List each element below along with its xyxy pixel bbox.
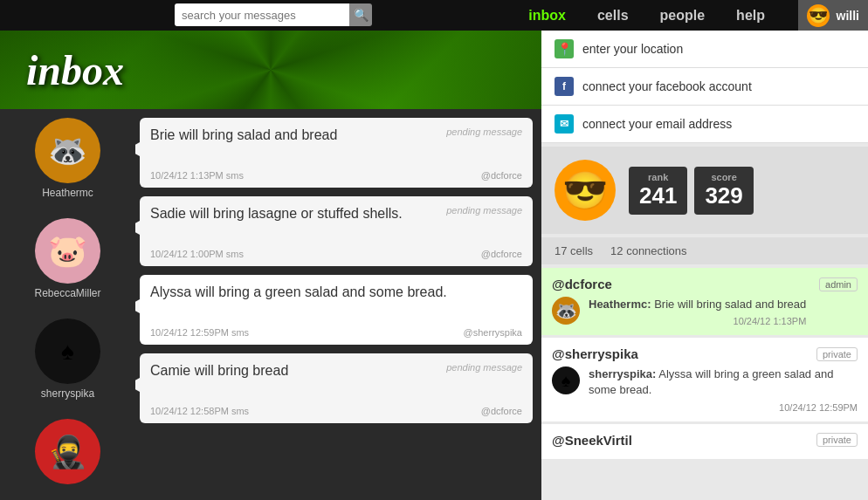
rank-box: rank 241 — [629, 167, 687, 215]
user-avatar: 😎 — [807, 4, 830, 27]
msg-header-4: Camie will bring bread pending message — [150, 362, 522, 380]
cell-dcforce-message: Heathermc: Brie will bring salad and bre… — [589, 297, 806, 326]
connect-facebook[interactable]: f connect your facebook account — [541, 68, 868, 106]
connect-email-label: connect your email address — [582, 117, 732, 131]
cell-sneekvirtil-header: @SneekVirtil private — [552, 433, 858, 448]
msg-author-3: @sherryspika — [464, 327, 522, 338]
cell-sherryspika-message: sherryspika: Alyssa will bring a green s… — [589, 366, 858, 412]
facebook-icon: f — [555, 77, 574, 96]
msg-footer-2: 10/24/12 1:00PM sms @dcforce — [150, 249, 522, 259]
email-icon: ✉ — [555, 114, 574, 134]
profile-bottom: 17 cells 12 connections — [541, 237, 868, 264]
msg-text-4: Camie will bring bread — [150, 362, 439, 380]
avatar-heathermc[interactable]: 🦝 Heathermc — [35, 118, 100, 199]
msg-header-2: Sadie will bring lasagne or stuffed shel… — [150, 205, 522, 223]
cell-sherryspika[interactable]: @sherryspika private ♠ sherryspika: Alys… — [541, 338, 868, 421]
msg-text-2: Sadie will bring lasagne or stuffed shel… — [150, 205, 439, 223]
msg-time-4: 10/24/12 12:58PM sms — [150, 406, 249, 416]
connect-section: 📍 enter your location f connect your fac… — [541, 31, 868, 143]
cell-sherryspika-header: @sherryspika private — [552, 346, 858, 361]
profile-stats: rank 241 score 329 — [629, 167, 754, 215]
profile-section: 😎 rank 241 score 329 — [541, 147, 868, 234]
message-item-3[interactable]: Alyssa will bring a green salad and some… — [140, 275, 533, 345]
cell-sherryspika-avatar: ♠ — [552, 366, 580, 394]
nav-help[interactable]: help — [720, 0, 781, 31]
avatar-image-ninja: 🥷 — [35, 419, 100, 484]
msg-author-4: @dcforce — [481, 406, 522, 416]
cell-sherryspika-text: sherryspika: Alyssa will bring a green s… — [589, 366, 858, 398]
cell-dcforce-text: Heathermc: Brie will bring salad and bre… — [589, 297, 806, 312]
avatars-column: 🦝 Heathermc 🐷 RebeccaMiller ♠ sherryspik… — [0, 109, 135, 500]
msg-time-2: 10/24/12 1:00PM sms — [150, 249, 244, 259]
score-value: 329 — [705, 182, 742, 209]
msg-text-1: Brie will bring salad and bread — [150, 127, 439, 145]
avatar-rebeccamiller[interactable]: 🐷 RebeccaMiller — [34, 218, 100, 299]
cell-dcforce-handle: @dcforce — [552, 277, 612, 291]
cell-dcforce-sender: Heathermc: — [589, 298, 651, 311]
msg-time-3: 10/24/12 12:59PM sms — [150, 327, 249, 338]
connect-email[interactable]: ✉ connect your email address — [541, 106, 868, 143]
cell-sherryspika-badge: private — [816, 347, 858, 361]
search-button[interactable]: 🔍 — [349, 3, 372, 26]
cell-sneekvirtil-badge: private — [816, 433, 858, 447]
avatar-image-heathermc: 🦝 — [35, 118, 100, 183]
nav-inbox[interactable]: inbox — [513, 0, 582, 31]
nav-links: inbox cells people help — [513, 0, 781, 31]
cell-sherryspika-handle: @sherryspika — [552, 346, 638, 361]
message-item-2[interactable]: Sadie will bring lasagne or stuffed shel… — [140, 196, 533, 266]
search-icon: 🔍 — [354, 8, 369, 22]
msg-text-3: Alyssa will bring a green salad and some… — [150, 284, 515, 302]
msg-author-2: @dcforce — [481, 249, 522, 259]
connect-facebook-label: connect your facebook account — [582, 79, 752, 93]
nav-people[interactable]: people — [644, 0, 721, 31]
msg-footer-3: 10/24/12 12:59PM sms @sherryspika — [150, 327, 522, 338]
cell-dcforce-avatar: 🦝 — [552, 297, 580, 325]
cell-sherryspika-content: ♠ sherryspika: Alyssa will bring a green… — [552, 366, 858, 412]
user-name: willi — [837, 9, 859, 23]
cell-dcforce-body: Brie will bring salad and bread — [654, 298, 806, 311]
connections-count: 12 connections — [610, 244, 686, 257]
msg-footer-4: 10/24/12 12:58PM sms @dcforce — [150, 406, 522, 416]
avatar-ninja[interactable]: 🥷 — [35, 419, 100, 488]
score-label: score — [705, 172, 742, 182]
msg-author-1: @dcforce — [481, 170, 522, 181]
nav-cells[interactable]: cells — [582, 0, 644, 31]
location-icon: 📍 — [555, 39, 574, 58]
inbox-banner: inbox — [0, 31, 541, 109]
msg-status-2: pending message — [446, 205, 522, 216]
connect-location-label: enter your location — [582, 42, 683, 56]
inbox-title: inbox — [26, 46, 124, 94]
left-panel: inbox 🦝 Heathermc 🐷 RebeccaMiller ♠ sher… — [0, 31, 541, 500]
cells-count: 17 cells — [555, 244, 593, 257]
avatar-label-rebeccamiller: RebeccaMiller — [34, 287, 100, 299]
cell-sherryspika-sender: sherryspika: — [589, 367, 656, 380]
msg-status-1: pending message — [446, 127, 522, 137]
msg-header-3: Alyssa will bring a green salad and some… — [150, 284, 522, 302]
top-nav: 🔍 inbox cells people help 😎 willi — [0, 0, 868, 31]
cell-sherryspika-timestamp: 10/24/12 12:59PM — [589, 402, 858, 413]
user-area[interactable]: 😎 willi — [798, 0, 868, 31]
rank-label: rank — [639, 172, 677, 182]
message-item-1[interactable]: Brie will bring salad and bread pending … — [140, 118, 533, 188]
cell-dcforce-content: 🦝 Heathermc: Brie will bring salad and b… — [552, 297, 858, 326]
avatar-label-sherryspika: sherryspika — [41, 387, 94, 400]
msg-time-1: 10/24/12 1:13PM sms — [150, 170, 244, 181]
msg-status-4: pending message — [446, 362, 522, 373]
connect-location[interactable]: 📍 enter your location — [541, 31, 868, 68]
right-panel: 📍 enter your location f connect your fac… — [541, 31, 868, 500]
search-container: 🔍 — [175, 3, 372, 26]
cell-dcforce-badge: admin — [819, 277, 858, 291]
cell-dcforce[interactable]: @dcforce admin 🦝 Heathermc: Brie will br… — [541, 268, 868, 335]
msg-header-1: Brie will bring salad and bread pending … — [150, 127, 522, 145]
avatar-label-heathermc: Heathermc — [42, 187, 93, 199]
avatar-sherryspika[interactable]: ♠ sherryspika — [35, 318, 100, 400]
rank-value: 241 — [639, 182, 677, 209]
score-box: score 329 — [694, 167, 753, 215]
cell-sneekvirtil[interactable]: @SneekVirtil private — [541, 424, 868, 459]
msg-footer-1: 10/24/12 1:13PM sms @dcforce — [150, 170, 522, 181]
messages-list: Brie will bring salad and bread pending … — [135, 109, 541, 500]
message-item-4[interactable]: Camie will bring bread pending message 1… — [140, 353, 533, 423]
search-input[interactable] — [175, 3, 349, 26]
avatar-image-sherryspika: ♠ — [35, 318, 100, 384]
avatar-image-rebeccamiller: 🐷 — [35, 218, 100, 284]
